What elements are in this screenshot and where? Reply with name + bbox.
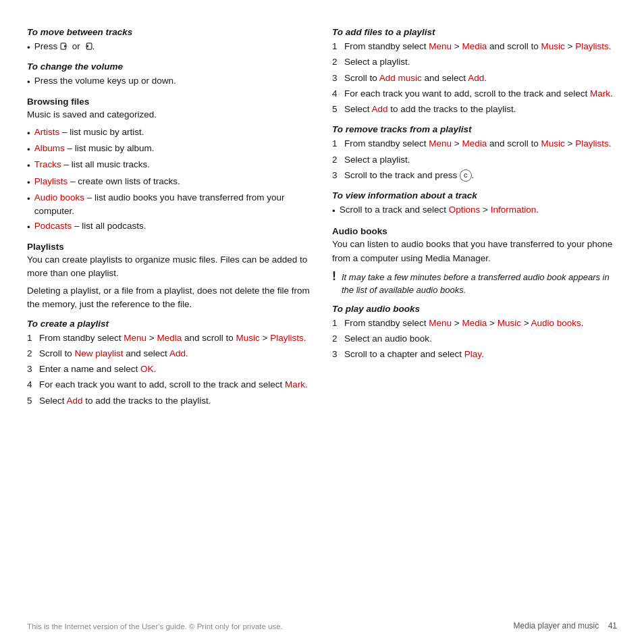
bullet-dot-2: • <box>27 76 30 89</box>
step-1: 1 From standby select Menu > Media and s… <box>332 40 617 53</box>
move-tracks-bullet: • Press or . <box>27 40 312 55</box>
step-3: 3 Enter a name and select OK. <box>27 363 312 376</box>
list-item: • Tracks – list all music tracks. <box>27 158 312 173</box>
add-files-title: To add files to a playlist <box>332 27 617 37</box>
page-number: 41 <box>608 621 617 630</box>
play-audio-books-title: To play audio books <box>332 304 617 314</box>
audio-books-title: Audio books <box>332 226 617 236</box>
browsing-title: Browsing files <box>27 97 312 107</box>
step-3: 3 Scroll to the track and press c. <box>332 169 617 182</box>
step-1: 1 From standby select Menu > Media > Mus… <box>332 317 617 330</box>
playlists-title: Playlists <box>27 242 312 252</box>
step-1: 1 From standby select Menu > Media and s… <box>27 331 312 345</box>
section-browsing: Browsing files Music is saved and catego… <box>27 97 312 235</box>
audio-books-body: You can listen to audio books that you h… <box>332 238 617 265</box>
list-item: • Audio books – list audio books you hav… <box>27 191 312 219</box>
step-3: 3 Scroll to Add music and select Add. <box>332 72 617 85</box>
section-audio-books: Audio books You can listen to audio book… <box>332 226 617 265</box>
section-add-files: To add files to a playlist 1 From standb… <box>332 27 617 116</box>
forward-icon <box>60 43 70 50</box>
page: To move between tracks • Press or . <box>0 0 644 644</box>
create-playlist-title: To create a playlist <box>27 319 312 329</box>
step-5: 5 Select Add to add the tracks to the pl… <box>332 103 617 116</box>
content-columns: To move between tracks • Press or . <box>27 20 617 612</box>
footer-page: Media player and music 41 <box>514 621 617 630</box>
list-item: • Albums – list music by album. <box>27 142 312 157</box>
step-1: 1 From standby select Menu > Media and s… <box>332 137 617 151</box>
list-item: • Playlists – create own lists of tracks… <box>27 175 312 190</box>
playlists-body1: You can create playlists to organize mus… <box>27 253 312 281</box>
section-view-info: To view information about a track • Scro… <box>332 190 617 218</box>
step-3: 3 Scroll to a chapter and select Play. <box>332 348 617 361</box>
playlists-body2: Deleting a playlist, or a file from a pl… <box>27 284 312 312</box>
move-tracks-text: Press or . <box>34 40 95 55</box>
step-4: 4 For each track you want to add, scroll… <box>332 87 617 101</box>
step-2: 2 Select an audio book. <box>332 332 617 346</box>
browsing-body: Music is saved and categorized. <box>27 108 312 122</box>
volume-title: To change the volume <box>27 61 312 72</box>
step-2: 2 Select a playlist. <box>332 153 617 167</box>
volume-bullet: • Press the volume keys up or down. <box>27 74 312 89</box>
step-5: 5 Select Add to add the tracks to the pl… <box>27 394 312 408</box>
volume-text: Press the volume keys up or down. <box>34 74 176 89</box>
left-column: To move between tracks • Press or . <box>27 20 312 612</box>
note-text: It may take a few minutes before a trans… <box>342 271 617 297</box>
footer-note: This is the Internet version of the User… <box>27 622 283 630</box>
view-info-title: To view information about a track <box>332 190 617 200</box>
section-remove-tracks: To remove tracks from a playlist 1 From … <box>332 124 617 182</box>
section-move-tracks: To move between tracks • Press or . <box>27 27 312 55</box>
view-info-bullet: • Scroll to a track and select Options >… <box>332 203 617 218</box>
note-icon: ! <box>332 269 336 297</box>
move-tracks-title: To move between tracks <box>27 27 312 37</box>
step-2: 2 Select a playlist. <box>332 55 617 69</box>
footer: This is the Internet version of the User… <box>27 614 617 630</box>
step-2: 2 Scroll to New playlist and select Add. <box>27 347 312 360</box>
step-4: 4 For each track you want to add, scroll… <box>27 378 312 392</box>
section-create-playlist: To create a playlist 1 From standby sele… <box>27 319 312 408</box>
browsing-list: • Artists – list music by artist. • Albu… <box>27 126 312 235</box>
list-item: • Podcasts – list all podcasts. <box>27 219 312 234</box>
bullet-dot: • <box>27 41 30 55</box>
page-label: Media player and music <box>514 621 599 630</box>
section-play-audio-books: To play audio books 1 From standby selec… <box>332 304 617 362</box>
note-block: ! It may take a few minutes before a tra… <box>332 271 617 297</box>
section-playlists: Playlists You can create playlists to or… <box>27 242 312 312</box>
c-button: c <box>460 169 472 181</box>
list-item: • Artists – list music by artist. <box>27 126 312 140</box>
back-icon <box>83 43 92 50</box>
remove-tracks-title: To remove tracks from a playlist <box>332 124 617 134</box>
section-volume: To change the volume • Press the volume … <box>27 61 312 89</box>
right-column: To add files to a playlist 1 From standb… <box>332 20 617 612</box>
